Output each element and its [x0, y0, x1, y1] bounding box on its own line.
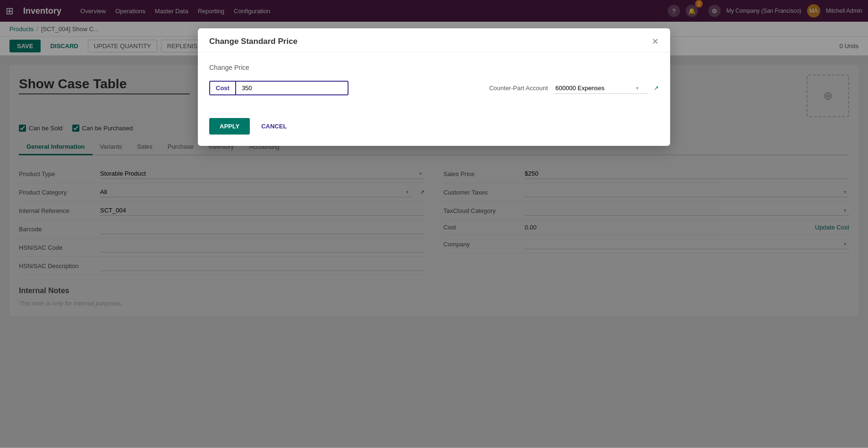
modal-cost-field: Cost — [209, 81, 349, 95]
modal-overlay: Change Standard Price ✕ Change Price Cos… — [0, 0, 868, 447]
modal-body: Change Price Cost Counter-Part Account 6… — [198, 52, 670, 118]
modal-counter-part-label: Counter-Part Account — [489, 85, 548, 92]
modal-section-title: Change Price — [209, 64, 659, 71]
modal-header: Change Standard Price ✕ — [198, 28, 670, 52]
modal-cost-input[interactable] — [235, 81, 349, 95]
apply-button[interactable]: APPLY — [209, 118, 250, 135]
change-standard-price-modal: Change Standard Price ✕ Change Price Cos… — [198, 28, 670, 146]
modal-counter-part-account: Counter-Part Account 600000 Expenses 700… — [489, 83, 659, 94]
modal-counter-part-select[interactable]: 600000 Expenses 700000 Revenue 500000 CO… — [553, 83, 648, 94]
modal-close-button[interactable]: ✕ — [652, 37, 659, 46]
modal-actions: APPLY CANCEL — [198, 118, 670, 146]
modal-form-row: Cost Counter-Part Account 600000 Expense… — [209, 81, 659, 95]
modal-counter-part-select-wrapper[interactable]: 600000 Expenses 700000 Revenue 500000 CO… — [553, 83, 648, 94]
modal-counter-part-external-link-icon[interactable]: ↗ — [654, 85, 659, 92]
modal-cost-label: Cost — [209, 81, 235, 95]
cancel-button[interactable]: CANCEL — [255, 119, 292, 134]
modal-title: Change Standard Price — [209, 37, 298, 46]
